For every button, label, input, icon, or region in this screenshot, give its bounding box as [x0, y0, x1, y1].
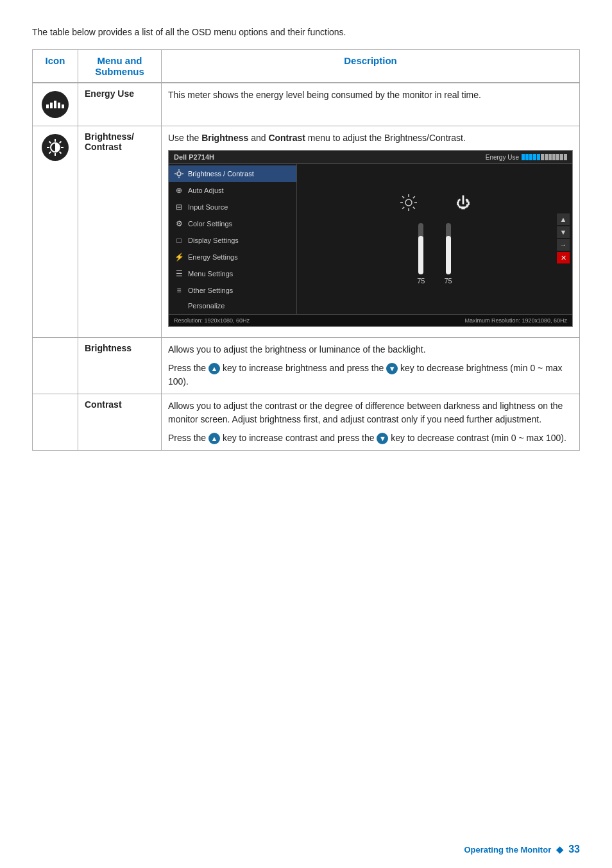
e-bar-8 — [548, 154, 552, 160]
brightness-contrast-menu-name: Brightness/Contrast — [85, 131, 134, 152]
up-key-brightness: ▲ — [208, 363, 220, 374]
osd-contrast-bar — [446, 223, 451, 274]
osd-nav-right[interactable]: → — [557, 239, 570, 251]
icon-cell-energy — [33, 83, 78, 126]
energy-bar-5 — [62, 104, 64, 108]
display-settings-icon: □ — [174, 235, 184, 246]
osd-menu-item-energy-settings[interactable]: ⚡ Energy Settings — [169, 249, 296, 265]
osd-brightness-slider: 75 — [417, 223, 425, 285]
osd-menu-label-color-settings: Color Settings — [188, 220, 232, 228]
contrast-sub-name: Contrast — [85, 399, 122, 410]
osd-power-icon-large: ⏻ — [456, 195, 470, 212]
osd-menu-item-auto-adjust[interactable]: ⊕ Auto Adjust — [169, 182, 296, 199]
desc-cell-energy: This meter shows the energy level being … — [162, 83, 580, 126]
down-key-brightness: ▼ — [386, 363, 398, 374]
osd-menu-label-other-settings: Other Settings — [188, 287, 233, 294]
main-table: Icon Menu and Submenus Description — [32, 49, 580, 451]
osd-menu-item-input-source[interactable]: ⊟ Input Source — [169, 199, 296, 215]
brightness-desc-1: Allows you to adjust the brightness or l… — [168, 343, 573, 356]
desc-cell-brightness-contrast: Use the Brightness and Contrast menu to … — [162, 126, 580, 338]
osd-menu-item-other-settings[interactable]: ≡ Other Settings — [169, 282, 296, 299]
osd-menu: Brightness / Contrast ⊕ Auto Adjust ⊟ — [169, 164, 297, 314]
contrast-bold: Contrast — [268, 133, 305, 143]
svg-line-8 — [49, 152, 51, 154]
table-row-contrast: Contrast Allows you to adjust the contra… — [33, 394, 580, 451]
osd-nav-buttons: ▲ ▼ → ✕ — [554, 151, 572, 326]
svg-point-14 — [405, 199, 412, 206]
osd-energy-text: Energy Use — [486, 154, 519, 161]
e-bar-4 — [533, 154, 536, 160]
osd-menu-item-personalize[interactable]: Personalize — [169, 299, 296, 313]
icon-cell-brightness — [33, 126, 78, 338]
osd-menu-label-display-settings: Display Settings — [188, 237, 239, 244]
brightness-icon-wrapper — [39, 131, 71, 163]
osd-screenshot: Dell P2714H Energy Use — [168, 150, 573, 327]
osd-nav-up[interactable]: ▲ — [557, 213, 570, 225]
osd-contrast-slider: 75 — [445, 223, 452, 285]
osd-sun-svg — [400, 194, 418, 212]
e-bar-7 — [545, 154, 548, 160]
osd-title: Dell P2714H — [174, 153, 214, 161]
auto-adjust-icon: ⊕ — [174, 185, 184, 196]
osd-icons-row: ⏻ — [400, 194, 470, 213]
e-bar-5 — [537, 154, 540, 160]
osd-menu-label-personalize: Personalize — [188, 302, 225, 310]
osd-nav-close[interactable]: ✕ — [557, 252, 570, 263]
desc-cell-brightness-sub: Allows you to adjust the brightness or l… — [162, 338, 580, 394]
e-bar-1 — [522, 154, 525, 160]
osd-menu-item-menu-settings[interactable]: ☰ Menu Settings — [169, 265, 296, 282]
osd-body: Brightness / Contrast ⊕ Auto Adjust ⊟ — [169, 164, 572, 314]
svg-line-20 — [412, 207, 414, 209]
brightness-contrast-desc-intro: Use the Brightness and Contrast menu to … — [168, 131, 573, 145]
page-number: 33 — [568, 844, 580, 855]
osd-menu-item-color-settings[interactable]: ⚙ Color Settings — [169, 215, 296, 232]
osd-contrast-fill — [446, 236, 451, 274]
table-row-brightness: Brightness Allows you to adjust the brig… — [33, 338, 580, 394]
osd-menu-label-energy-settings: Energy Settings — [188, 253, 238, 261]
page-content: The table below provides a list of all t… — [0, 0, 612, 502]
energy-menu-name: Energy Use — [85, 88, 134, 99]
energy-settings-icon: ⚡ — [174, 252, 184, 262]
icon-cell-contrast-sub — [33, 394, 78, 451]
energy-bar-1 — [46, 104, 49, 108]
other-settings-icon: ≡ — [174, 285, 184, 296]
col-header-icon: Icon — [33, 50, 78, 83]
svg-point-9 — [177, 172, 181, 176]
diamond-icon: ◆ — [556, 844, 563, 855]
menu-cell-brightness-contrast: Brightness/Contrast — [78, 126, 162, 338]
icon-cell-brightness-sub — [33, 338, 78, 394]
brightness-bold: Brightness — [201, 133, 248, 143]
page-footer: Operating the Monitor ◆ 33 — [464, 844, 580, 855]
color-settings-icon: ⚙ — [174, 219, 184, 229]
up-key-contrast: ▲ — [208, 433, 220, 444]
osd-menu-label-menu-settings: Menu Settings — [188, 270, 233, 278]
e-bar-2 — [525, 154, 529, 160]
energy-bar-4 — [58, 103, 60, 108]
brightness-contrast-menu-icon — [174, 169, 184, 179]
osd-sliders: 75 75 — [417, 223, 452, 285]
osd-contrast-val: 75 — [445, 277, 452, 285]
contrast-desc-1: Allows you to adjust the contrast or the… — [168, 399, 573, 426]
osd-brightness-bar — [418, 223, 423, 274]
brightness-icon — [42, 134, 69, 161]
sun-icon — [174, 169, 183, 178]
osd-menu-label-auto-adjust: Auto Adjust — [188, 187, 224, 194]
menu-cell-energy: Energy Use — [78, 83, 162, 126]
brightness-svg-icon — [46, 138, 65, 157]
osd-header: Dell P2714H Energy Use — [169, 151, 572, 164]
energy-bar-3 — [54, 101, 56, 108]
footer-label: Operating the Monitor — [464, 845, 551, 855]
osd-menu-item-brightness-contrast[interactable]: Brightness / Contrast — [169, 165, 296, 182]
osd-footer-left: Resolution: 1920x1080, 60Hz — [174, 317, 250, 324]
brightness-sub-name: Brightness — [85, 343, 132, 353]
intro-text: The table below provides a list of all t… — [32, 26, 580, 39]
osd-footer: Resolution: 1920x1080, 60Hz Maximum Reso… — [169, 314, 572, 326]
osd-brightness-val: 75 — [417, 277, 425, 285]
desc-cell-contrast-sub: Allows you to adjust the contrast or the… — [162, 394, 580, 451]
osd-menu-item-display-settings[interactable]: □ Display Settings — [169, 232, 296, 249]
osd-nav-down[interactable]: ▼ — [557, 226, 570, 238]
svg-line-5 — [49, 142, 51, 144]
col-header-desc: Description — [162, 50, 580, 83]
energy-bar-2 — [50, 103, 53, 108]
osd-footer-right: Maximum Resolution: 1920x1080, 60Hz — [464, 317, 567, 324]
